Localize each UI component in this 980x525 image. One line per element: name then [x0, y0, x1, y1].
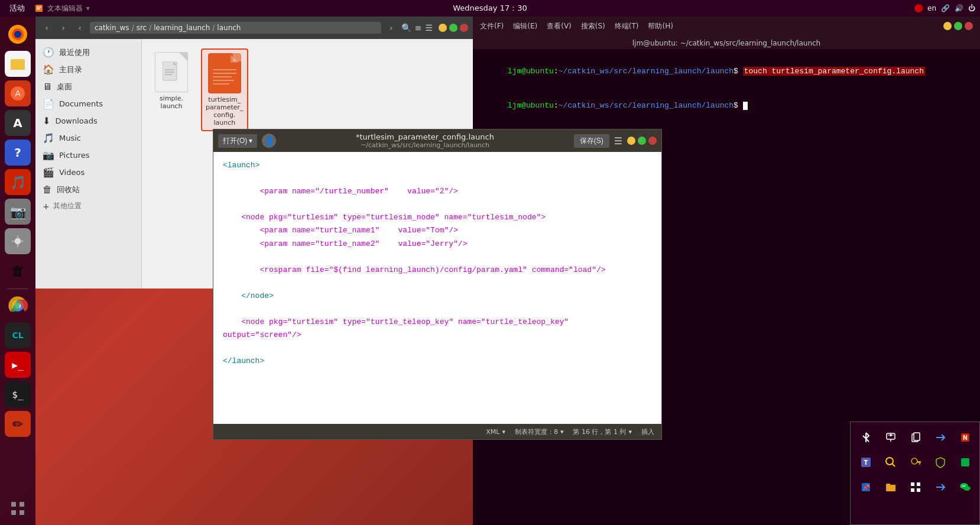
sidebar-item-music[interactable]: 🎵 Music [35, 129, 141, 147]
tray-folder[interactable] [880, 477, 901, 498]
dock-separator-1 [7, 289, 28, 289]
tray-green-app[interactable] [955, 452, 976, 473]
dock-icon-chrome[interactable] [5, 293, 31, 319]
dock-icon-settings[interactable] [5, 228, 31, 254]
fm-next-btn[interactable]: › [385, 21, 398, 34]
dock-icon-files[interactable] [5, 51, 31, 77]
terminal-menu-view[interactable]: 查看(V) [547, 21, 572, 31]
editor-maximize-btn[interactable] [638, 137, 646, 145]
list-icon[interactable]: ≡ [415, 23, 422, 33]
dock-icon-font[interactable]: A [5, 110, 31, 136]
svg-rect-15 [20, 502, 24, 507]
terminal-title-bar: ljm@ubuntu: ~/catkin_ws/src/learning_lau… [473, 35, 980, 49]
tray-wechat[interactable] [955, 477, 976, 498]
sidebar-add-location[interactable]: + 其他位置 [35, 198, 141, 214]
svg-rect-16 [11, 510, 16, 515]
sidebar-item-recent[interactable]: 🕐 最近使用 [35, 44, 141, 61]
status-position[interactable]: 第 16 行，第 1 列 ▾ [573, 427, 632, 436]
sidebar-item-pictures[interactable]: 📷 Pictures [35, 147, 141, 164]
terminal-close-btn[interactable] [965, 22, 973, 30]
topbar-volume-icon[interactable]: 🔊 [955, 4, 963, 12]
editor-close-btn[interactable] [648, 137, 657, 145]
breadcrumb-src[interactable]: src [137, 24, 147, 32]
svg-rect-8 [11, 61, 25, 70]
sidebar-item-desktop[interactable]: 🖥 桌面 [35, 78, 141, 95]
editor-title-main: *turtlesim_parameter_config.launch [281, 132, 569, 141]
code-line-13: <node pkg="turtlesim" type="turtle_teleo… [223, 316, 652, 329]
dock-show-apps[interactable] [0, 498, 35, 524]
tray-bluetooth[interactable] [855, 427, 877, 448]
menu-icon[interactable]: ☰ [425, 23, 433, 33]
terminal-menu-search[interactable]: 搜索(S) [581, 21, 605, 31]
topbar-network-icon[interactable]: 🔗 [941, 4, 950, 12]
dock-icon-camera[interactable]: 📷 [5, 199, 31, 225]
dock-icon-clion[interactable]: CL [5, 322, 31, 348]
fm-forward-btn[interactable]: › [57, 21, 70, 34]
sidebar-item-home[interactable]: 🏠 主目录 [35, 61, 141, 78]
search-icon[interactable]: 🔍 [401, 23, 411, 33]
sidebar-item-downloads[interactable]: ⬇ Downloads [35, 112, 141, 129]
status-format[interactable]: XML ▾ [486, 428, 505, 436]
tray-key[interactable] [905, 452, 926, 473]
dock-icon-firefox[interactable] [5, 21, 31, 47]
fm-back-btn[interactable]: ‹ [40, 21, 53, 34]
code-line-1: <launch> [223, 159, 652, 172]
terminal-maximize-btn[interactable] [954, 22, 962, 30]
tray-search-yellow[interactable] [880, 452, 901, 473]
editor-open-btn[interactable]: 打开(O) ▾ [218, 134, 257, 148]
tray-teams[interactable]: T [855, 452, 877, 473]
breadcrumb-catkin-ws[interactable]: catkin_ws [95, 24, 129, 32]
fm-prev-btn[interactable]: ‹ [73, 21, 86, 34]
tray-grid[interactable] [905, 477, 926, 498]
topbar-power-icon[interactable]: ⏻ [968, 4, 975, 12]
status-tab-width[interactable]: 制表符宽度：8 ▾ [515, 427, 564, 436]
file-simple-launch[interactable]: simple.launch [151, 48, 192, 114]
terminal-menu-help[interactable]: 帮助(H) [648, 21, 673, 31]
sidebar-item-documents[interactable]: 📄 Documents [35, 95, 141, 112]
editor-person-icon: 👤 [262, 134, 276, 148]
tray-pin[interactable]: 📌 [855, 477, 877, 498]
tray-copy[interactable] [905, 427, 926, 448]
dock-icon-music[interactable]: 🎵 [5, 169, 31, 195]
svg-point-5 [14, 31, 21, 38]
tray-network[interactable] [880, 427, 901, 448]
svg-text:📌: 📌 [862, 484, 870, 491]
sidebar-item-trash[interactable]: 🗑 回收站 [35, 181, 141, 198]
dock-icon-trash[interactable]: 🗑 [5, 258, 31, 284]
tray-arrow-right2[interactable] [930, 477, 951, 498]
fm-close-btn[interactable] [460, 24, 468, 32]
file-turtlesim-launch[interactable]: turtlesim_parameter_config.launch [201, 48, 248, 131]
editor-menu-icon[interactable]: ☰ [614, 135, 622, 147]
svg-point-32 [890, 434, 892, 436]
topbar-lang[interactable]: en [927, 4, 936, 12]
desktop-icon: 🖥 [43, 81, 52, 92]
breadcrumb-launch[interactable]: launch [217, 24, 241, 32]
terminal-minimize-btn[interactable] [943, 22, 952, 30]
dock-icon-help[interactable]: ? [5, 140, 31, 166]
dock-icon-notes[interactable]: ✏️ [5, 411, 31, 437]
editor-minimize-btn[interactable] [627, 137, 635, 145]
terminal-menu-edit[interactable]: 编辑(E) [513, 21, 537, 31]
terminal-menu-file[interactable]: 文件(F) [480, 21, 504, 31]
tray-arrow-blue[interactable] [930, 427, 951, 448]
editor-save-btn[interactable]: 保存(S) [574, 134, 609, 148]
editor-content[interactable]: <launch> <param name="/turtle_number" va… [213, 152, 661, 424]
notification-indicator[interactable] [914, 4, 923, 12]
dock-icon-software[interactable]: A [5, 80, 31, 106]
editor-window: 打开(O) ▾ 👤 *turtlesim_parameter_config.la… [213, 129, 662, 440]
terminal-line-1: ljm@ubuntu:~/catkin_ws/src/learning_laun… [480, 54, 973, 89]
recent-icon: 🕐 [43, 47, 54, 58]
topbar-datetime: Wednesday 17：30 [453, 3, 527, 14]
terminal-window-controls [943, 22, 973, 30]
breadcrumb-learning-launch[interactable]: learning_launch [154, 24, 210, 32]
topbar-dropdown-icon[interactable]: ▾ [86, 4, 90, 12]
sidebar-item-videos[interactable]: 🎬 Videos [35, 164, 141, 181]
tray-red-app[interactable]: N [955, 427, 976, 448]
fm-minimize-btn[interactable] [439, 24, 447, 32]
dock-icon-terminal-black[interactable]: $_ [5, 381, 31, 407]
fm-maximize-btn[interactable] [449, 24, 457, 32]
terminal-menu-terminal[interactable]: 终端(T) [615, 21, 639, 31]
dock-icon-terminal-red[interactable]: ▶_ [5, 352, 31, 378]
tray-shield[interactable] [930, 452, 951, 473]
activities-label[interactable]: 活动 [5, 3, 30, 14]
